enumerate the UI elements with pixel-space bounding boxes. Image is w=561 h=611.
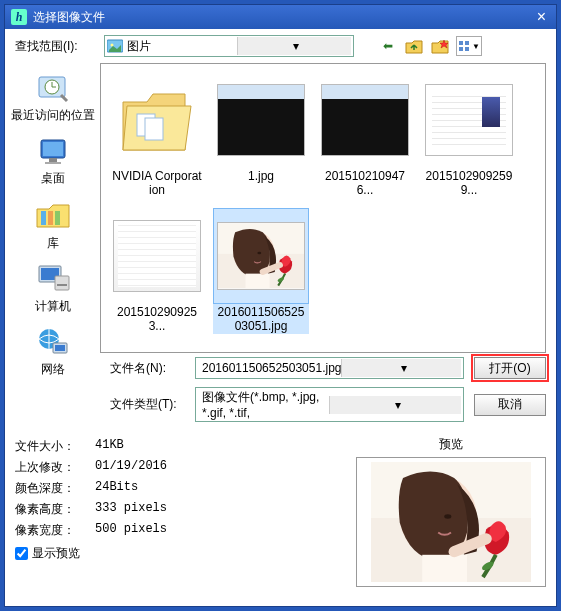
- svg-rect-13: [465, 47, 469, 51]
- svg-rect-21: [48, 211, 53, 225]
- filetype-combo[interactable]: 图像文件(*.bmp, *.jpg, *.gif, *.tif, ▾: [195, 387, 464, 422]
- chevron-down-icon[interactable]: ▾: [329, 396, 461, 414]
- lookin-value: 图片: [123, 38, 237, 55]
- place-label: 桌面: [10, 170, 95, 187]
- svg-rect-29: [55, 345, 65, 351]
- image-thumb: [426, 85, 512, 155]
- image-thumb: [114, 221, 200, 291]
- file-name: 20151029092599...: [421, 168, 517, 198]
- show-preview-label: 显示预览: [32, 545, 80, 562]
- titlebar: h 选择图像文件 ×: [5, 5, 556, 29]
- svg-rect-25: [55, 276, 69, 290]
- file-name: NVIDIA Corporation: [109, 168, 205, 198]
- svg-rect-17: [43, 142, 63, 156]
- preview-image: [361, 462, 541, 582]
- place-network[interactable]: 网络: [10, 321, 95, 382]
- image-thumb: [218, 85, 304, 155]
- svg-rect-10: [459, 41, 463, 45]
- place-libraries[interactable]: 库: [10, 193, 95, 256]
- file-name: 201601150652503051.jpg: [213, 304, 309, 334]
- chevron-down-icon[interactable]: ▾: [237, 37, 352, 55]
- chevron-down-icon[interactable]: ▾: [341, 359, 461, 377]
- place-recent[interactable]: 最近访问的位置: [10, 67, 95, 128]
- cancel-button[interactable]: 取消: [474, 394, 546, 416]
- filetype-label: 文件类型(T):: [100, 396, 195, 413]
- view-menu-icon[interactable]: ▼: [456, 36, 482, 56]
- file-list[interactable]: NVIDIA Corporation 1.jpg 2015102109476..…: [100, 63, 546, 353]
- file-name: 2015102909253...: [109, 304, 205, 334]
- app-icon: h: [11, 9, 27, 25]
- svg-rect-22: [55, 211, 60, 225]
- filename-label: 文件名(N):: [100, 360, 195, 377]
- file-item[interactable]: 2015102109476...: [317, 72, 413, 198]
- svg-rect-18: [49, 158, 57, 162]
- folder-icon: [117, 80, 197, 160]
- open-button[interactable]: 打开(O): [474, 357, 546, 379]
- file-item-folder[interactable]: NVIDIA Corporation: [109, 72, 205, 198]
- image-thumb: [218, 223, 304, 289]
- image-thumb: [322, 85, 408, 155]
- place-label: 最近访问的位置: [10, 107, 95, 124]
- svg-rect-11: [465, 41, 469, 45]
- file-metadata: 文件大小：41KB 上次修改：01/19/2016 颜色深度：24Bits 像素…: [15, 436, 167, 587]
- filename-value: 201601150652503051.jpg: [198, 361, 341, 375]
- place-label: 计算机: [10, 298, 95, 315]
- file-item-selected[interactable]: 201601150652503051.jpg: [213, 208, 309, 334]
- close-icon[interactable]: ×: [533, 9, 550, 25]
- place-label: 网络: [10, 361, 95, 378]
- file-dialog: h 选择图像文件 × 查找范围(I): 图片 ▾ ⬅ ▼: [4, 4, 557, 607]
- new-folder-icon[interactable]: [430, 36, 450, 56]
- places-bar: 最近访问的位置 桌面 库 计算机 网络: [5, 63, 100, 426]
- svg-rect-19: [45, 162, 61, 164]
- file-item[interactable]: 1.jpg: [213, 72, 309, 198]
- svg-rect-12: [459, 47, 463, 51]
- preview-frame: [356, 457, 546, 587]
- up-folder-icon[interactable]: [404, 36, 424, 56]
- pictures-icon: [107, 39, 123, 53]
- file-name: 1.jpg: [213, 168, 309, 184]
- file-item[interactable]: 20151029092599...: [421, 72, 517, 198]
- lookin-label: 查找范围(I):: [15, 38, 100, 55]
- lookin-combo[interactable]: 图片 ▾: [104, 35, 354, 57]
- place-computer[interactable]: 计算机: [10, 258, 95, 319]
- filename-combo[interactable]: 201601150652503051.jpg ▾: [195, 357, 464, 379]
- place-label: 库: [10, 235, 95, 252]
- file-name: 2015102109476...: [317, 168, 413, 198]
- svg-rect-26: [57, 284, 67, 286]
- checkbox-input[interactable]: [15, 547, 28, 560]
- place-desktop[interactable]: 桌面: [10, 130, 95, 191]
- preview-label: 预览: [356, 436, 546, 457]
- svg-rect-20: [41, 211, 46, 225]
- file-item[interactable]: 2015102909253...: [109, 208, 205, 334]
- filetype-value: 图像文件(*.bmp, *.jpg, *.gif, *.tif,: [198, 389, 329, 420]
- show-preview-checkbox[interactable]: 显示预览: [15, 541, 167, 562]
- back-icon[interactable]: ⬅: [378, 36, 398, 56]
- dialog-title: 选择图像文件: [33, 9, 105, 26]
